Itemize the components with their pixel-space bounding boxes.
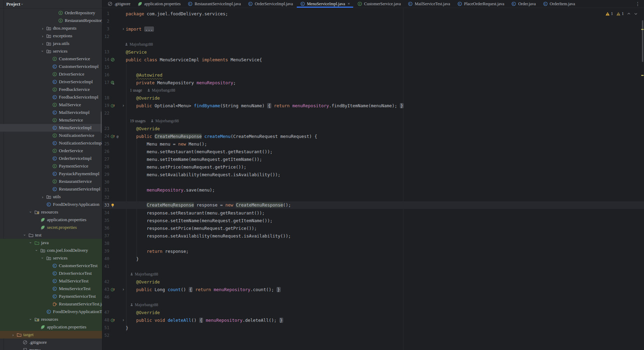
tree-item-test[interactable]: ›test: [0, 231, 102, 239]
code-line-52[interactable]: 52: [102, 332, 644, 339]
tree-item-com.joel.foodDelivery[interactable]: ›com.joel.foodDelivery: [0, 247, 102, 254]
code-line-39[interactable]: 39 return response;: [102, 247, 644, 255]
chevron-down-icon[interactable]: ›: [28, 209, 34, 215]
line-number[interactable]: 46: [102, 295, 109, 300]
tree-item-MailServiceImpl[interactable]: CMailServiceImpl: [0, 109, 102, 116]
chevron-down-icon[interactable]: ›: [28, 317, 34, 322]
line-number[interactable]: 25: [102, 141, 109, 146]
impl-gutter-icon[interactable]: I: [110, 103, 115, 108]
tree-item-mvnw[interactable]: mvnw: [0, 346, 102, 350]
tree-item-CustomerServiceTest[interactable]: CCustomerServiceTest: [0, 262, 102, 270]
tree-item-DriverServiceImpl[interactable]: CDriverServiceImpl: [0, 78, 102, 86]
tree-item-services[interactable]: ›services: [0, 254, 102, 262]
line-number[interactable]: 2: [102, 19, 109, 24]
code-text[interactable]: }: [126, 256, 139, 262]
tree-item-RestaurantServiceImpl[interactable]: CRestaurantServiceImpl: [0, 185, 102, 193]
tree-item-target[interactable]: ›target: [0, 331, 102, 339]
tab-PlaceOrderRequest.java[interactable]: CPlaceOrderRequest.java: [453, 0, 508, 8]
code-text[interactable]: import ...: [126, 26, 154, 32]
bean-gutter-icon[interactable]: [110, 57, 115, 62]
author-hint[interactable]: Majorbangz88: [152, 88, 175, 92]
code-line-48[interactable]: 48I› public void deleteAll() { menuRepos…: [102, 316, 644, 324]
tab-MenuServiceImpl.java[interactable]: CMenuServiceImpl.java×: [296, 0, 354, 8]
code-text[interactable]: response.setRestaurant(menu.getRestauran…: [126, 210, 265, 216]
code-line-51[interactable]: 51}: [102, 324, 644, 332]
code-line-31[interactable]: 31 menuRepository.save(menu);: [102, 186, 644, 194]
chevron-down-icon[interactable]: ›: [40, 48, 46, 54]
code-line-36[interactable]: 36 response.setPrice(menuRequest.getPric…: [102, 224, 644, 232]
tree-item-DriverService[interactable]: IDriverService: [0, 70, 102, 78]
code-text[interactable]: public CreateMenuResponse createMenu(Cre…: [126, 134, 317, 139]
line-number[interactable]: 19: [102, 103, 109, 108]
code-text[interactable]: @Service: [126, 49, 147, 55]
tree-item-FeedbackServiceImpl[interactable]: CFeedbackServiceImpl: [0, 93, 102, 101]
line-number[interactable]: 16: [102, 72, 109, 77]
tree-item-utils[interactable]: ›utils: [0, 193, 102, 201]
tab-OrderServiceImpl.java[interactable]: COrderServiceImpl.java: [245, 0, 297, 8]
code-line-18[interactable]: 18 @Override: [102, 94, 644, 102]
code-text[interactable]: @Override: [126, 95, 160, 101]
code-text[interactable]: public Long count() { return menuReposit…: [126, 287, 281, 292]
fold-arrow-icon[interactable]: ›: [121, 26, 126, 31]
next-issue-icon[interactable]: [634, 12, 638, 16]
code-text[interactable]: response.setItemName(menuRequest.getItem…: [126, 218, 272, 223]
code-line-47[interactable]: 47 @Override: [102, 309, 644, 316]
chevron-right-icon[interactable]: ›: [40, 194, 46, 200]
code-line-24[interactable]: 24I@ public CreateMenuResponse createMen…: [102, 132, 644, 140]
line-number[interactable]: 42: [102, 279, 109, 284]
tree-item-DriverServiceTest[interactable]: CDriverServiceTest: [0, 270, 102, 277]
code-text[interactable]: package com.joel.foodDelivery.services;: [126, 11, 228, 16]
code-line-41[interactable]: 41: [102, 263, 644, 270]
tab-.gitignore[interactable]: .gitignore: [104, 0, 134, 8]
code-line-29[interactable]: 29 menu.setAvailability(menuRequest.isAv…: [102, 171, 644, 178]
fold-arrow-icon[interactable]: ›: [121, 103, 126, 108]
code-line-15[interactable]: 15: [102, 63, 644, 71]
code-line-37[interactable]: 37 response.setAvailability(menuRequest.…: [102, 232, 644, 240]
tree-item-NotificationService[interactable]: INotificationService: [0, 132, 102, 139]
code-text[interactable]: @Override: [126, 126, 160, 131]
line-number[interactable]: 51: [102, 325, 109, 330]
tree-item-OrderService[interactable]: IOrderService: [0, 147, 102, 155]
code-line-43[interactable]: 43I› public Long count() { return menuRe…: [102, 286, 644, 293]
bulb-gutter-icon[interactable]: [110, 203, 115, 208]
tree-item-NotificationServiceImpl[interactable]: CNotificationServiceImpl: [0, 139, 102, 147]
tree-item-secret.properties[interactable]: secret.properties: [0, 224, 102, 231]
code-line-35[interactable]: 35 response.setItemName(menuRequest.getI…: [102, 217, 644, 224]
line-number[interactable]: 27: [102, 157, 109, 162]
code-text[interactable]: menu.setItemName(menuRequest.getItemName…: [126, 157, 262, 162]
tree-item-CustomerServiceImpl[interactable]: CCustomerServiceImpl: [0, 63, 102, 70]
line-number[interactable]: 40: [102, 256, 109, 261]
chevron-down-icon[interactable]: ›: [22, 232, 28, 238]
tree-item-exceptions[interactable]: ›exceptions: [0, 32, 102, 40]
at-gutter-icon[interactable]: @: [115, 134, 120, 139]
tab-OrderItem.java[interactable]: COrderItem.java: [539, 0, 579, 8]
tree-item-RestaurantService[interactable]: IRestaurantService: [0, 178, 102, 185]
line-number[interactable]: 3: [102, 26, 109, 31]
code-line-40[interactable]: 40 }: [102, 255, 644, 263]
usages-hint[interactable]: 1 usage: [130, 88, 142, 92]
line-number[interactable]: 31: [102, 187, 109, 192]
code-line-12[interactable]: 12: [102, 33, 644, 40]
code-text[interactable]: Menu menu = new Menu();: [126, 141, 207, 147]
impl-gutter-icon[interactable]: I: [110, 318, 115, 322]
chevron-down-icon[interactable]: ›: [28, 240, 34, 246]
line-number[interactable]: 47: [102, 310, 109, 315]
tree-item-FoodDeliveryApplicationTest[interactable]: CFoodDeliveryApplicationTest: [0, 308, 102, 316]
code-line-3[interactable]: 3›import ...: [102, 25, 644, 33]
impl-gutter-icon[interactable]: I: [110, 287, 115, 292]
tree-item-java.utils[interactable]: ›java.utils: [0, 40, 102, 47]
line-number[interactable]: 39: [102, 249, 109, 254]
tree-item-FeedbackService[interactable]: IFeedbackService: [0, 86, 102, 93]
usages-hint[interactable]: 19 usages: [130, 119, 146, 123]
line-number[interactable]: 18: [102, 95, 109, 100]
code-text[interactable]: private MenuRepository menuRepository;: [126, 80, 236, 85]
code-line-2[interactable]: 2: [102, 17, 644, 25]
code-line-34[interactable]: 34 response.setRestaurant(menu.getRestau…: [102, 209, 644, 217]
author-hint[interactable]: Majorbangz88: [135, 303, 158, 307]
code-text[interactable]: }: [126, 325, 129, 330]
tab-CustomerService.java[interactable]: ICustomerService.java: [354, 0, 404, 8]
inspections-widget[interactable]: 1 1: [605, 11, 638, 16]
line-number[interactable]: 30: [102, 180, 109, 185]
editor-scrollbar-thumb[interactable]: [642, 20, 643, 62]
line-number[interactable]: 22: [102, 111, 109, 116]
